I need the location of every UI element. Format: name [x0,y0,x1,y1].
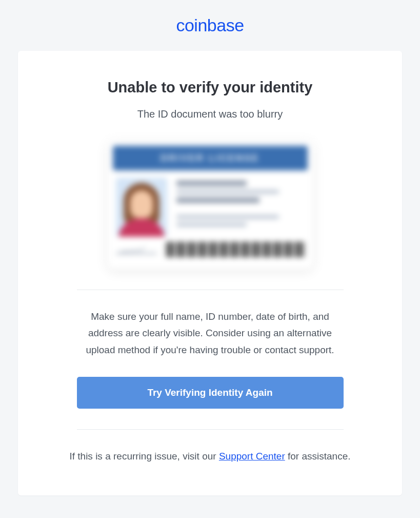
id-header-text: DRIVER LICENSE [161,153,259,164]
try-again-button[interactable]: Try Verifying Identity Again [77,377,344,409]
notification-card: Unable to verify your identity The ID do… [18,51,402,495]
instructions-text: Make sure your full name, ID number, dat… [77,309,344,358]
failure-reason: The ID document was too blurry [67,108,354,120]
id-photo-icon [116,178,167,237]
support-center-link[interactable]: Support Center [219,451,285,462]
id-signature-icon [116,245,157,254]
footer-suffix: for assistance. [285,451,351,462]
blurry-id-illustration: DRIVER LICENSE [108,141,313,269]
divider [77,290,344,290]
footer-prefix: If this is a recurring issue, visit our [69,451,218,462]
brand-logo: coinbase [176,15,244,35]
id-barcode-icon [166,242,305,257]
footer-text: If this is a recurring issue, visit our … [67,448,354,465]
page-title: Unable to verify your identity [67,79,354,96]
divider [77,429,344,430]
